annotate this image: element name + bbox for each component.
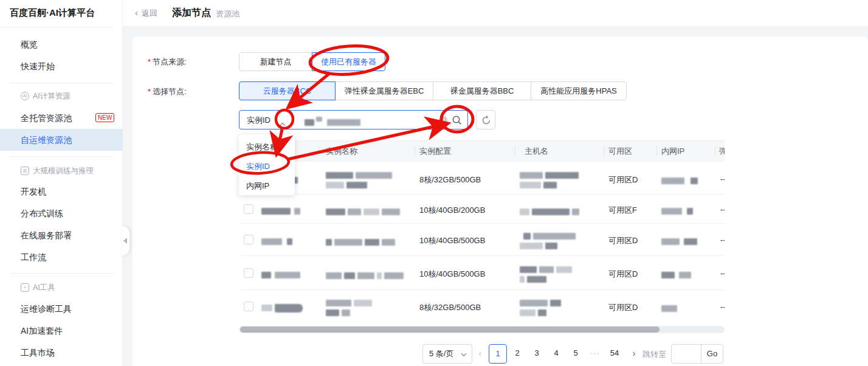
search-field-select[interactable]: 实例ID: [247, 115, 270, 126]
instance-id-redacted: [261, 302, 303, 313]
col-hostname: 主机名: [525, 146, 548, 157]
sidebar-item-dev-machine[interactable]: 开发机: [0, 181, 123, 202]
table-row[interactable]: 8核/32GB/500GB 可用区D --: [239, 290, 725, 323]
dropdown-option-instance-id[interactable]: 实例ID: [239, 157, 295, 176]
col-instance-config: 实例配置: [419, 146, 451, 157]
back-chevron-icon: ‹: [135, 7, 138, 18]
sidebar-item-tool-market[interactable]: 工具市场: [0, 342, 123, 364]
page-last[interactable]: 54: [605, 344, 624, 364]
sidebar-item-online-service[interactable]: 在线服务部署: [0, 224, 123, 246]
internal-ip-redacted: [661, 175, 698, 186]
page-5[interactable]: 5: [567, 344, 585, 364]
pages-ellipsis[interactable]: ···: [586, 344, 604, 364]
search-field-dropdown: 实例名称 实例ID 内网IP: [239, 134, 295, 195]
instance-id-redacted: [261, 269, 300, 280]
prev-page-button[interactable]: ‹: [474, 344, 487, 364]
app-title: 百度百舸·AI计算平台: [10, 7, 95, 19]
sidebar-item-quick-start[interactable]: 快速开始: [0, 55, 123, 77]
sidebar-item-ops-diagnostic[interactable]: 运维诊断工具: [0, 298, 123, 320]
page-1[interactable]: 1: [489, 344, 507, 364]
table-row[interactable]: 8核/32GB/500GB 可用区D --: [239, 162, 725, 195]
divider: [0, 27, 113, 27]
chevron-up-icon[interactable]: [280, 118, 286, 129]
col-internal-ip: 内网IP: [661, 146, 684, 157]
page-size-select[interactable]: 5 条/页: [422, 344, 472, 364]
sidebar-section-ai-compute: AI AI计算资源: [0, 90, 123, 102]
instance-name-redacted: [326, 169, 394, 190]
sidebar-section-training: ▥ 大规模训练与推理: [0, 165, 123, 177]
hostname-redacted: [520, 205, 582, 217]
go-button[interactable]: Go: [701, 344, 723, 364]
horizontal-scrollbar-track[interactable]: [239, 326, 725, 333]
jump-page-input[interactable]: [671, 344, 701, 364]
hostname-redacted: [520, 169, 581, 190]
tab-ebc[interactable]: 弹性裸金属服务器EBC: [335, 81, 433, 100]
table-row[interactable]: 10核/40GB/500GB 可用区D --: [239, 224, 725, 256]
page-title: 添加节点: [172, 7, 211, 19]
sidebar: 百度百舸·AI计算平台 概览 快速开始 AI AI计算资源 全托管资源池 NEW…: [0, 0, 123, 366]
refresh-button[interactable]: [476, 110, 495, 129]
internal-ip-redacted: [661, 236, 697, 247]
new-node-button[interactable]: 新建节点: [239, 52, 312, 71]
instance-name-redacted: [326, 205, 402, 217]
zone: 可用区D: [608, 235, 638, 246]
row-checkbox[interactable]: [244, 268, 253, 278]
search-icon[interactable]: [452, 115, 463, 128]
internal-ip-redacted: [661, 303, 677, 314]
zone: 可用区D: [608, 302, 638, 313]
instance-config: 8核/32GB/500GB: [419, 302, 481, 313]
existing-server-button[interactable]: 使用已有服务器: [312, 52, 385, 71]
row-checkbox[interactable]: [244, 204, 253, 214]
zone: 可用区F: [608, 205, 637, 216]
sidebar-item-ai-accel[interactable]: AI加速套件: [0, 320, 123, 342]
sidebar-item-workflow[interactable]: 工作流: [0, 246, 123, 268]
page-2[interactable]: 2: [508, 344, 526, 364]
row-checkbox[interactable]: [244, 235, 253, 244]
required-mark: *: [148, 87, 151, 96]
hostname-redacted: [520, 297, 563, 318]
chevron-down-icon: [461, 353, 467, 357]
clear-icon[interactable]: ✕: [439, 116, 447, 125]
public-ip: --: [720, 269, 725, 278]
instance-config: 10核/40GB/500GB: [419, 235, 485, 246]
instance-id-redacted: [261, 236, 292, 247]
dropdown-option-internal-ip[interactable]: 内网IP: [239, 176, 295, 196]
sidebar-item-distributed-training[interactable]: 分布式训练: [0, 202, 123, 224]
row-checkbox[interactable]: [244, 302, 253, 311]
col-public-ip: 弹性公网IP: [719, 146, 725, 157]
topbar: ‹返回 添加节点 资源池: [123, 0, 868, 27]
instance-name-redacted: [326, 297, 374, 318]
instance-config: 10核/40GB/500GB: [419, 269, 485, 280]
tab-bcc[interactable]: 云服务器BCC: [239, 81, 336, 100]
back-button[interactable]: ‹返回: [135, 7, 157, 19]
refresh-icon: [481, 115, 492, 126]
select-node-label: *选择节点:: [148, 86, 187, 97]
dropdown-option-instance-name[interactable]: 实例名称: [239, 137, 295, 157]
public-ip: --: [720, 205, 725, 214]
zone: 可用区D: [608, 269, 638, 280]
internal-ip-redacted: [661, 269, 691, 280]
instance-name-redacted: [326, 269, 406, 281]
search-input[interactable]: 实例ID ✕: [239, 110, 468, 129]
ai-tools-icon: +: [21, 283, 29, 292]
collapse-left-icon: [123, 238, 127, 244]
tab-bbc[interactable]: 裸金属服务器BBC: [433, 81, 531, 100]
sidebar-item-self-op-pool[interactable]: 自运维资源池: [0, 129, 123, 151]
jump-to-label: 跳转至: [642, 349, 666, 360]
public-ip: --: [720, 235, 725, 244]
sidebar-item-overview[interactable]: 概览: [0, 33, 123, 55]
page-4[interactable]: 4: [547, 344, 565, 364]
sidebar-collapse-handle[interactable]: [122, 226, 129, 255]
breadcrumb: 资源池: [216, 9, 239, 19]
table-row[interactable]: 10核/40GB/200GB 可用区F --: [239, 195, 725, 224]
instance-table: 实例名称 实例配置 主机名 可用区 内网IP 弹性公网IP 8核/32GB/50…: [239, 140, 725, 323]
internal-ip-redacted: [661, 205, 693, 216]
tab-hpas[interactable]: 高性能应用服务HPAS: [531, 81, 627, 100]
next-page-button[interactable]: ›: [627, 344, 641, 364]
page-3[interactable]: 3: [528, 344, 546, 364]
instance-config: 10核/40GB/200GB: [419, 205, 485, 216]
col-instance-name: 实例名称: [326, 146, 357, 157]
table-row[interactable]: 10核/40GB/500GB 可用区D --: [239, 256, 725, 290]
horizontal-scrollbar-thumb[interactable]: [240, 326, 660, 333]
pagination: 5 条/页 ‹ 1 2 3 4 5 ··· 54 › 跳转至 Go: [0, 340, 868, 366]
